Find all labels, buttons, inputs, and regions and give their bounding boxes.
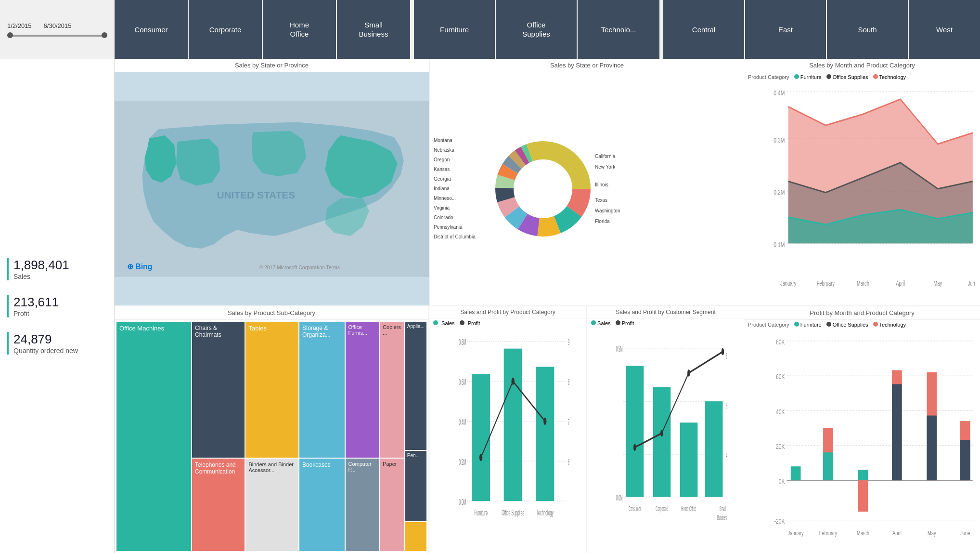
kpi-col: 1,898,401 Sales 213,611 Profit 24,879 Qu… xyxy=(0,59,115,553)
svg-text:0.8M: 0.8M xyxy=(459,338,466,347)
btn-east[interactable]: East xyxy=(745,0,827,59)
xlabel-office: Office Supplies xyxy=(502,508,524,518)
cell-office-furnishings[interactable]: Office Furnis... xyxy=(346,322,379,458)
country-name: UNITED STATES xyxy=(217,189,295,200)
profit-dot-furniture xyxy=(479,454,482,461)
btn-furniture[interactable]: Furniture xyxy=(414,0,496,59)
cell-binders[interactable]: Binders and Binder Accessor... xyxy=(245,459,298,551)
btn-corporate[interactable]: Corporate xyxy=(189,0,263,59)
cell-storage[interactable]: Storage & Organiza... xyxy=(299,322,345,458)
main-row: 1,898,401 Sales 213,611 Profit 24,879 Qu… xyxy=(0,59,980,553)
xlabel-consumer: Consumer xyxy=(629,505,641,513)
svg-text:June: June xyxy=(960,530,970,537)
profit-bar-mar-pos xyxy=(858,470,868,480)
col2-treemap: Chairs & Chairmats Telephones and Commun… xyxy=(192,322,245,551)
profit-dot-office xyxy=(512,378,515,385)
svg-text:March: March xyxy=(857,280,869,288)
svg-text:April: April xyxy=(896,280,905,288)
bar-seg-small-biz xyxy=(705,401,722,497)
label-virginia: Virginia xyxy=(434,203,495,213)
sales-profit-seg-chart: 0.5M 0.0M 60K 50K 40K xyxy=(587,328,744,553)
sales-profit-seg-title: Sales and Profit by Customer Segment xyxy=(587,306,744,318)
col6-treemap: Copiers ... Paper xyxy=(380,322,404,551)
col4-treemap: Storage & Organiza... Bookcases xyxy=(299,322,345,551)
btn-technology[interactable]: Technolo... xyxy=(578,0,659,59)
kpi-sales-val: 1,898,401 xyxy=(13,258,107,273)
svg-text:0.6M: 0.6M xyxy=(459,377,466,387)
donut-chart: Sales by State or Province Montana Nebra… xyxy=(430,59,744,305)
label-florida: Florida xyxy=(595,216,620,227)
cell-appliances[interactable]: Applia... xyxy=(405,322,426,450)
area-right-svg: 0.4M 0.3M 0.2M 0.1M xyxy=(766,84,975,293)
profit-month-right-title: Profit by Month and Product Category xyxy=(744,306,980,320)
cell-telephones[interactable]: Telephones and Communication xyxy=(192,459,245,551)
treemap-main-title: Sales by Product Sub-Category xyxy=(115,306,428,320)
area-chart-right: Sales by Month and Product Category Prod… xyxy=(744,59,980,306)
profit-bar-jan-pos xyxy=(791,466,801,480)
xlabel-tech: Technology xyxy=(537,508,554,518)
svg-text:60K: 60K xyxy=(726,352,727,361)
middle-section: Sales by State or Province xyxy=(115,59,744,553)
cell-paper[interactable]: Paper xyxy=(380,459,404,551)
svg-text:90K: 90K xyxy=(568,338,569,347)
svg-text:February: February xyxy=(817,280,835,288)
kpi-qty-val: 24,879 xyxy=(13,332,107,347)
svg-text:April: April xyxy=(892,530,902,537)
label-minnesota: Minneso... xyxy=(434,194,495,203)
segment-buttons: Consumer Corporate HomeOffice SmallBusin… xyxy=(115,0,410,59)
charts-top-row: Sales by State or Province xyxy=(115,59,744,306)
area-chart-right-title: Sales by Month and Product Category xyxy=(744,59,980,72)
slider-left-handle[interactable] xyxy=(7,32,13,38)
label-colorado: Colorado xyxy=(434,213,495,223)
cell-bookcases[interactable]: Bookcases xyxy=(299,459,345,551)
profit-dot-consumer xyxy=(633,444,636,451)
cell-pens[interactable]: Pen... xyxy=(405,451,426,521)
btn-office-supplies[interactable]: OfficeSupplies xyxy=(496,0,578,59)
profit-dot-home-office xyxy=(687,369,690,377)
map-svg: UNITED STATES ⊕ Bing © 2017 Microsoft Co… xyxy=(115,72,429,305)
kpi-profit-val: 213,611 xyxy=(13,295,107,310)
cell-office-machines[interactable]: Office Machines xyxy=(116,322,191,551)
svg-text:80K: 80K xyxy=(568,377,569,387)
btn-home-office[interactable]: HomeOffice xyxy=(263,0,337,59)
region-buttons: Central East South West xyxy=(663,0,980,59)
col5-treemap: Office Furnis... Computer P... xyxy=(346,322,379,551)
date-start-label: 1/2/2015 xyxy=(7,22,32,29)
btn-central[interactable]: Central xyxy=(663,0,745,59)
date-filter-panel: 1/2/2015 6/30/2015 xyxy=(0,0,115,59)
btn-south[interactable]: South xyxy=(827,0,909,59)
label-newyork: New York xyxy=(595,162,620,172)
btn-consumer[interactable]: Consumer xyxy=(115,0,189,59)
label-georgia: Georgia xyxy=(434,174,495,184)
slider-track xyxy=(7,35,107,37)
kpi-sales-item: 1,898,401 Sales xyxy=(7,258,107,280)
kpi-sales-lbl: Sales xyxy=(13,273,107,280)
cell-chairs[interactable]: Chairs & Chairmats xyxy=(192,322,245,458)
slider-container xyxy=(7,34,107,37)
profit-bar-apr-tech xyxy=(892,370,902,384)
svg-text:70K: 70K xyxy=(568,417,569,427)
profit-dot-small-biz xyxy=(722,348,724,356)
donut-svg-main xyxy=(495,141,591,237)
col3-treemap: Tables Binders and Binder Accessor... xyxy=(245,322,298,551)
svg-text:May: May xyxy=(928,530,936,537)
sales-profit-seg-svg: 0.5M 0.0M 60K 50K 40K xyxy=(611,330,727,529)
sales-profit-cat-svg: 0.8M 0.6M 0.4M 0.2M 0.0M 90K 80K 70K 60K xyxy=(453,330,569,534)
cell-copiers[interactable]: Copiers ... xyxy=(380,322,404,458)
svg-text:-20K: -20K xyxy=(774,517,785,525)
label-dc: District of Columbia xyxy=(434,232,495,242)
treemap-main: Sales by Product Sub-Category Office Mac… xyxy=(115,306,429,553)
cell-computer-peripherals[interactable]: Computer P... xyxy=(346,459,379,551)
sales-profit-cat: Sales and Profit by Product Category Sal… xyxy=(429,306,587,553)
svg-text:40K: 40K xyxy=(776,408,785,416)
cell-tables[interactable]: Tables xyxy=(245,322,298,458)
sales-profit-seg: Sales and Profit by Customer Segment Sal… xyxy=(587,306,744,553)
slider-right-handle[interactable] xyxy=(102,32,107,38)
btn-small-business[interactable]: SmallBusiness xyxy=(337,0,410,59)
btn-west[interactable]: West xyxy=(909,0,980,59)
xlabel-small-biz: Small xyxy=(719,505,726,513)
xlabel-home-office: Home Office xyxy=(681,505,696,513)
profit-bar-mar-neg xyxy=(858,480,868,512)
bar-seg-corporate xyxy=(653,387,671,497)
profit-bar-apr-office xyxy=(892,383,902,481)
